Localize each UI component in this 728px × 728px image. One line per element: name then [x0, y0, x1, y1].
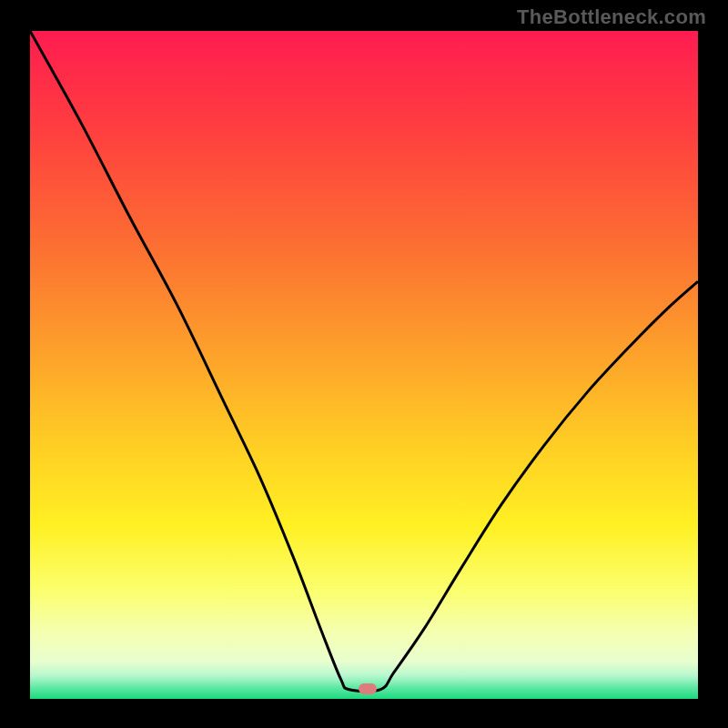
curve-path — [30, 31, 698, 692]
plot-area — [30, 31, 698, 699]
optimum-marker-icon — [359, 683, 377, 694]
chart-frame: TheBottleneck.com — [0, 0, 728, 728]
watermark-text: TheBottleneck.com — [517, 5, 706, 29]
bottleneck-curve — [30, 31, 698, 699]
